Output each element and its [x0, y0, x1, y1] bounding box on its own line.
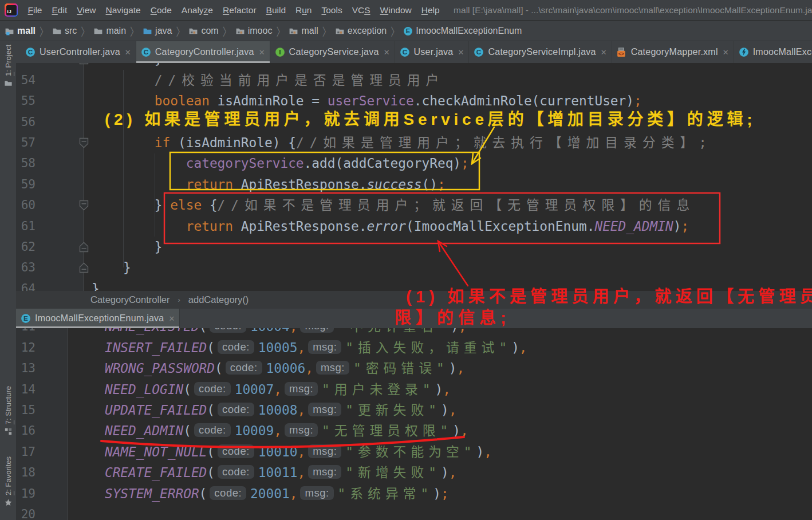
menu-vcs[interactable]: VCS	[347, 5, 375, 15]
menu-analyze[interactable]: Analyze	[176, 5, 218, 15]
menu-file[interactable]: File	[23, 5, 47, 15]
tab-close-icon[interactable]: ✕	[723, 49, 729, 56]
breadcrumb-main[interactable]: main	[93, 26, 126, 36]
breadcrumb-java[interactable]: java	[143, 26, 172, 36]
tool-window-button-1-project[interactable]: 1: Project	[0, 45, 16, 90]
enum-icon: E	[403, 26, 413, 36]
menu-build[interactable]: Build	[261, 5, 290, 15]
editor-breadcrumbs-bar: CategoryController›addCategory()	[16, 291, 812, 309]
fold-marker-up-icon[interactable]	[79, 242, 89, 255]
exception-class-icon	[739, 47, 749, 57]
breadcrumb-mall[interactable]: mall	[5, 26, 36, 36]
tab-label: CategoryServiceImpl.java	[488, 47, 596, 57]
menu-run[interactable]: Run	[291, 5, 317, 15]
code-token: CREATE_FAILED	[105, 465, 207, 480]
breadcrumb-separator-icon: 〉	[276, 23, 285, 38]
tab-categoryservice-java[interactable]: ICategoryService.java✕	[270, 41, 395, 63]
svg-text:<>: <>	[618, 52, 624, 57]
fold-marker-up-icon[interactable]	[79, 63, 89, 67]
code-token: )	[441, 403, 449, 417]
code-token	[73, 465, 105, 480]
code-token: ,	[449, 465, 457, 480]
code-token: )	[449, 361, 457, 376]
breadcrumb-label: src	[65, 26, 77, 36]
breadcrumb-label: java	[155, 26, 172, 36]
tab-close-icon[interactable]: ✕	[259, 49, 265, 56]
code-text: }	[92, 237, 163, 258]
tab-close-icon[interactable]: ✕	[601, 49, 607, 56]
tab-close-icon[interactable]: ✕	[458, 49, 464, 56]
menu-tools[interactable]: Tools	[317, 5, 347, 15]
tab-user-java[interactable]: CUser.java✕	[395, 41, 470, 63]
code-token: "密码错误"	[353, 361, 449, 376]
editor-category-controller[interactable]: 53 }54 //校验当前用户是否是管理员用户55 boolean isAdmi…	[16, 63, 812, 291]
code-token: 10008	[258, 403, 298, 417]
code-text: NAME_EXISTED(code:10004,msg:"不允许重名"),	[73, 328, 466, 337]
code-token: "更新失败"	[345, 403, 441, 417]
editor-exception-enum[interactable]: 11 NAME_EXISTED(code:10004,msg:"不允许重名"),…	[16, 328, 812, 520]
breadcrumb-separator-icon: 〉	[176, 23, 184, 38]
code-token	[73, 403, 105, 417]
interface-icon: I	[275, 47, 285, 57]
svg-text:I: I	[279, 48, 281, 56]
tab-categoryserviceimpl-java[interactable]: CCategoryServiceImpl.java✕	[469, 41, 612, 63]
tool-window-button-7-structure[interactable]: 7: Structure	[0, 386, 16, 438]
code-token: (ImoocMallExceptionEnum.	[406, 219, 594, 234]
parameter-hint: msg:	[308, 465, 341, 479]
class-icon: C	[25, 47, 36, 57]
menu-refactor[interactable]: Refactor	[218, 5, 261, 15]
code-token	[92, 135, 155, 150]
menu-window[interactable]: Window	[375, 5, 416, 15]
source-root-folder-icon	[143, 26, 152, 36]
code-text: CREATE_FAILED(code:10011,msg:"新增失败"),	[73, 462, 456, 483]
tab-close-icon[interactable]: ✕	[384, 49, 390, 56]
line-number: 12	[16, 337, 36, 359]
code-token: }	[92, 198, 170, 212]
fold-marker-up-icon[interactable]	[79, 262, 89, 275]
menu-navigate[interactable]: Navigate	[101, 5, 145, 15]
svg-text:C: C	[143, 48, 148, 56]
code-token: NAME_NOT_NULL	[105, 444, 207, 459]
tab-imoocmallexceptionenum-java[interactable]: EImoocMallExceptionEnum.java✕	[16, 309, 180, 328]
code-token: 20001	[250, 486, 290, 501]
code-token: success	[366, 177, 421, 192]
fold-marker-down-icon[interactable]	[79, 200, 89, 213]
tab-label: CategoryMapper.xml	[631, 47, 718, 57]
tab-close-icon[interactable]: ✕	[169, 315, 175, 322]
code-token: ,	[290, 486, 298, 501]
line-number: 57	[16, 132, 36, 153]
tool-window-stripe-left: 1: Project 7: Structure2: Favorites	[0, 41, 16, 520]
code-token: 10010	[258, 444, 298, 459]
breadcrumb-imoocmallexceptionenum[interactable]: EImoocMallExceptionEnum	[403, 26, 522, 36]
code-token: (	[199, 486, 207, 501]
code-token	[92, 93, 155, 108]
editor-tab-bar-top: CUserController.java✕CCategoryController…	[16, 41, 812, 63]
code-token: ,	[484, 444, 492, 459]
menu-help[interactable]: Help	[416, 5, 444, 15]
fold-marker-down-icon[interactable]	[79, 137, 89, 151]
project-folder-icon	[5, 26, 14, 36]
tab-imoocmallexcep[interactable]: ImoocMallExcep✕	[734, 41, 812, 63]
code-token: //如果是管理用户；就去执行【增加目录分类】;	[296, 135, 712, 150]
code-text: NEED_ADMIN(code:10009,msg:"无管理员权限"),	[73, 420, 468, 442]
breadcrumb-com[interactable]: com	[188, 26, 218, 36]
tab-close-icon[interactable]: ✕	[125, 49, 131, 56]
code-token: )	[441, 465, 449, 480]
tab-label: User.java	[414, 47, 454, 57]
tool-window-button-2-favorites[interactable]: 2: Favorites	[0, 456, 16, 509]
breadcrumb-addcategory-[interactable]: addCategory()	[188, 294, 249, 305]
tab-categorycontroller-java[interactable]: CCategoryController.java✕	[136, 41, 270, 63]
menu-edit[interactable]: Edit	[47, 5, 72, 15]
menu-code[interactable]: Code	[145, 5, 176, 15]
tab-categorymapper-xml[interactable]: <>CategoryMapper.xml✕	[612, 41, 734, 63]
code-line-19: 19 SYSTEM_ERROR(code:20001,msg:"系统异常");	[16, 483, 812, 505]
menu-view[interactable]: View	[72, 5, 101, 15]
breadcrumb-categorycontroller[interactable]: CategoryController	[90, 294, 170, 305]
breadcrumb-mall[interactable]: mall	[289, 26, 318, 36]
breadcrumb-src[interactable]: src	[52, 26, 77, 36]
tab-label: CategoryController.java	[155, 47, 254, 57]
tab-usercontroller-java[interactable]: CUserController.java✕	[21, 41, 136, 63]
breadcrumb-exception[interactable]: exception	[335, 26, 387, 36]
breadcrumb-imooc[interactable]: imooc	[235, 26, 273, 36]
breadcrumb-separator-icon: 〉	[81, 23, 89, 38]
